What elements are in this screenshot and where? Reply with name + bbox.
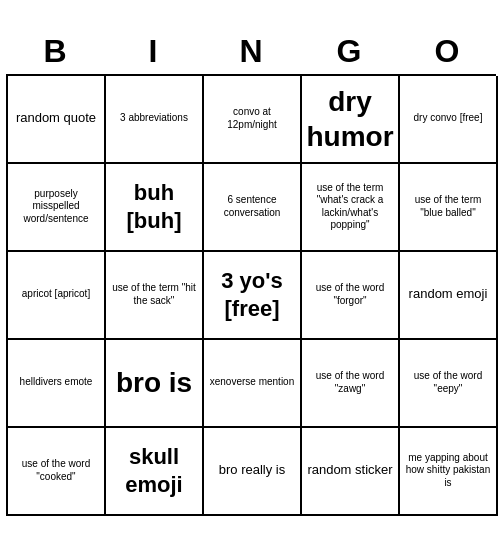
cell-text-16: bro is: [116, 365, 192, 400]
cell-16: bro is: [106, 340, 204, 428]
cell-22: bro really is: [204, 428, 302, 516]
cell-text-9: use of the term "blue balled": [404, 194, 492, 219]
cell-text-23: random sticker: [307, 462, 392, 478]
cell-10: apricot [apricot]: [8, 252, 106, 340]
cell-text-11: use of the term "hit the sack": [110, 282, 198, 307]
cell-4: dry convo [free]: [400, 76, 498, 164]
cell-text-12: 3 yo's [free]: [208, 267, 296, 322]
cell-7: 6 sentence conversation: [204, 164, 302, 252]
cell-0: random quote: [8, 76, 106, 164]
cell-13: use of the word "forgor": [302, 252, 400, 340]
cell-text-0: random quote: [16, 110, 96, 126]
letter-o: O: [402, 33, 492, 70]
letter-g: G: [304, 33, 394, 70]
cell-text-19: use of the word "eepy": [404, 370, 492, 395]
cell-text-1: 3 abbreviations: [120, 112, 188, 125]
cell-text-7: 6 sentence conversation: [208, 194, 296, 219]
cell-3: dry humor: [302, 76, 400, 164]
cell-text-24: me yapping about how shitty pakistan is: [404, 452, 492, 490]
cell-17: xenoverse mention: [204, 340, 302, 428]
cell-text-18: use of the word "zawg": [306, 370, 394, 395]
cell-text-8: use of the term "what's crack a lackin/w…: [306, 182, 394, 232]
cell-21: skull emoji: [106, 428, 204, 516]
cell-23: random sticker: [302, 428, 400, 516]
cell-text-10: apricot [apricot]: [22, 288, 90, 301]
letter-i: I: [108, 33, 198, 70]
cell-text-14: random emoji: [409, 286, 488, 302]
cell-14: random emoji: [400, 252, 498, 340]
cell-24: me yapping about how shitty pakistan is: [400, 428, 498, 516]
cell-text-22: bro really is: [219, 462, 285, 478]
cell-19: use of the word "eepy": [400, 340, 498, 428]
cell-6: buh [buh]: [106, 164, 204, 252]
cell-8: use of the term "what's crack a lackin/w…: [302, 164, 400, 252]
letter-b: B: [10, 33, 100, 70]
bingo-card: B I N G O random quote3 abbreviationscon…: [6, 29, 496, 516]
cell-text-13: use of the word "forgor": [306, 282, 394, 307]
cell-15: helldivers emote: [8, 340, 106, 428]
cell-12: 3 yo's [free]: [204, 252, 302, 340]
cell-11: use of the term "hit the sack": [106, 252, 204, 340]
cell-20: use of the word "cooked": [8, 428, 106, 516]
cell-5: purposely misspelled word/sentence: [8, 164, 106, 252]
cell-text-15: helldivers emote: [20, 376, 93, 389]
letter-n: N: [206, 33, 296, 70]
cell-text-4: dry convo [free]: [414, 112, 483, 125]
cell-2: convo at 12pm/night: [204, 76, 302, 164]
cell-text-2: convo at 12pm/night: [208, 106, 296, 131]
cell-18: use of the word "zawg": [302, 340, 400, 428]
cell-text-17: xenoverse mention: [210, 376, 295, 389]
cell-text-3: dry humor: [306, 84, 394, 154]
cell-text-5: purposely misspelled word/sentence: [12, 188, 100, 226]
cell-1: 3 abbreviations: [106, 76, 204, 164]
cell-text-6: buh [buh]: [110, 179, 198, 234]
cell-text-21: skull emoji: [110, 443, 198, 498]
bingo-grid: random quote3 abbreviationsconvo at 12pm…: [6, 74, 496, 516]
cell-text-20: use of the word "cooked": [12, 458, 100, 483]
bingo-header: B I N G O: [6, 29, 496, 74]
cell-9: use of the term "blue balled": [400, 164, 498, 252]
